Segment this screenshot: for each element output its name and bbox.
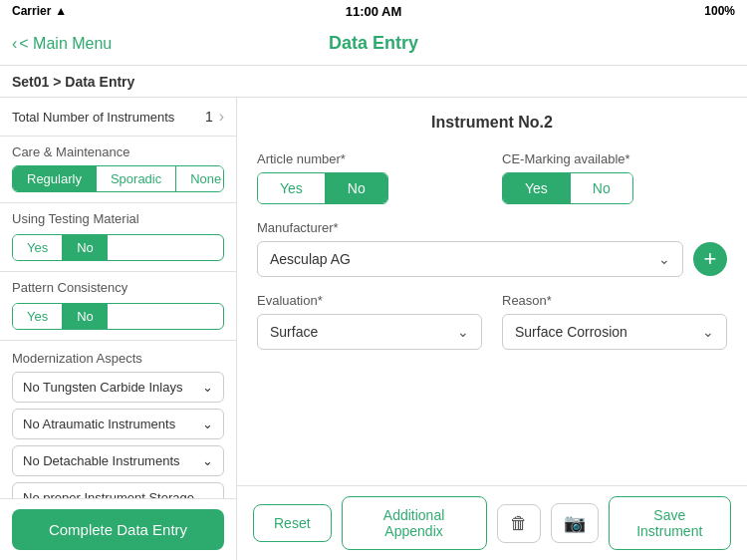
testing-no-button[interactable]: No	[63, 235, 108, 260]
modernization-label-0: No Tungsten Carbide Inlays	[23, 380, 182, 395]
care-toggle-group: Regularly Sporadic None	[12, 165, 224, 192]
status-left: Carrier ▲	[12, 4, 67, 18]
add-manufacturer-button[interactable]: +	[693, 242, 727, 276]
evaluation-reason-row: Evaluation* Surface ⌄ Reason* Surface Co…	[257, 293, 727, 350]
article-yn-group: Yes No	[257, 172, 388, 204]
manufacturer-select[interactable]: Aesculap AG ⌄	[257, 241, 683, 277]
breadcrumb-text: Set01 > Data Entry	[12, 74, 134, 90]
article-number-group: Article number* Yes No	[257, 151, 482, 204]
care-none-button[interactable]: None	[176, 166, 224, 191]
total-number-row: Total Number of Instruments 1 ›	[0, 98, 236, 137]
manufacturer-row: Aesculap AG ⌄ +	[257, 241, 727, 277]
evaluation-chevron-icon: ⌄	[457, 324, 469, 340]
additional-appendix-button[interactable]: Additional Appendix	[342, 496, 487, 550]
ce-yes-button[interactable]: Yes	[503, 173, 571, 203]
modernization-title: Modernization Aspects	[12, 347, 224, 372]
testing-toggle-group: Yes No	[12, 234, 224, 261]
breadcrumb: Set01 > Data Entry	[0, 66, 747, 98]
modernization-label-1: No Atraumatic Instruments	[23, 417, 175, 431]
manufacturer-value: Aesculap AG	[270, 251, 351, 267]
instrument-title: Instrument No.2	[257, 114, 727, 132]
dropdown-chevron-1: ⌄	[202, 417, 213, 431]
main-layout: Total Number of Instruments 1 › Care & M…	[0, 98, 747, 560]
total-right[interactable]: 1 ›	[205, 108, 224, 126]
reason-group: Reason* Surface Corrosion ⌄	[502, 293, 727, 350]
plus-icon: +	[704, 248, 717, 270]
reason-chevron-icon: ⌄	[702, 324, 714, 340]
pattern-no-button[interactable]: No	[63, 304, 108, 329]
evaluation-label: Evaluation*	[257, 293, 482, 308]
right-panel: Instrument No.2 Article number* Yes No C…	[237, 98, 747, 560]
total-value: 1	[205, 109, 213, 125]
status-bar: Carrier ▲ 11:00 AM 100%	[0, 0, 747, 22]
right-content: Instrument No.2 Article number* Yes No C…	[237, 98, 747, 485]
dropdown-chevron-0: ⌄	[202, 380, 213, 395]
pattern-yes-button[interactable]: Yes	[13, 304, 63, 329]
reason-select[interactable]: Surface Corrosion ⌄	[502, 314, 727, 350]
chevron-left-icon: ‹	[12, 35, 17, 53]
ce-marking-label: CE-Marking available*	[502, 151, 727, 166]
carrier-label: Carrier	[12, 4, 51, 18]
modernization-item-3[interactable]: No proper Instrument Storage ⌄	[12, 482, 224, 498]
article-no-button[interactable]: No	[326, 173, 387, 203]
testing-material-title: Using Testing Material	[12, 211, 224, 226]
modernization-item-1[interactable]: No Atraumatic Instruments ⌄	[12, 409, 224, 439]
ce-marking-group: CE-Marking available* Yes No	[502, 151, 727, 204]
reason-label: Reason*	[502, 293, 727, 308]
modernization-label-2: No Detachable Instruments	[23, 453, 180, 468]
reason-value: Surface Corrosion	[515, 324, 627, 340]
battery-label: 100%	[704, 4, 735, 18]
ce-no-button[interactable]: No	[571, 173, 632, 203]
manufacturer-chevron-icon: ⌄	[658, 251, 670, 267]
camera-button[interactable]: 📷	[551, 503, 599, 543]
article-yes-button[interactable]: Yes	[258, 173, 326, 203]
nav-title: Data Entry	[329, 33, 418, 54]
care-maintenance-section: Care & Maintenance Regularly Sporadic No…	[0, 137, 236, 203]
reset-button[interactable]: Reset	[253, 504, 332, 542]
status-time: 11:00 AM	[346, 4, 402, 19]
evaluation-select[interactable]: Surface ⌄	[257, 314, 482, 350]
status-right: 100%	[704, 4, 735, 18]
testing-material-section: Using Testing Material Yes No	[0, 203, 236, 272]
evaluation-group: Evaluation* Surface ⌄	[257, 293, 482, 350]
back-label: < Main Menu	[19, 35, 112, 53]
manufacturer-label: Manufacturer*	[257, 220, 727, 235]
left-bottom: Complete Data Entry	[0, 498, 236, 560]
ce-yn-group: Yes No	[502, 172, 633, 204]
dropdown-chevron-2: ⌄	[202, 453, 213, 468]
delete-button[interactable]: 🗑	[497, 504, 541, 543]
right-bottom-bar: Reset Additional Appendix 🗑 📷 Save Instr…	[237, 485, 747, 560]
modernization-item-2[interactable]: No Detachable Instruments ⌄	[12, 445, 224, 476]
trash-icon: 🗑	[510, 513, 528, 534]
pattern-consistency-section: Pattern Consistency Yes No	[0, 272, 236, 341]
testing-yes-button[interactable]: Yes	[13, 235, 63, 260]
care-maintenance-title: Care & Maintenance	[12, 144, 224, 159]
back-button[interactable]: ‹ < Main Menu	[12, 35, 112, 53]
dropdown-chevron-3: ⌄	[202, 490, 213, 498]
modernization-item-0[interactable]: No Tungsten Carbide Inlays ⌄	[12, 372, 224, 403]
modernization-section: Modernization Aspects No Tungsten Carbid…	[0, 341, 236, 498]
complete-data-entry-button[interactable]: Complete Data Entry	[12, 509, 224, 550]
wifi-icon: ▲	[55, 4, 67, 18]
camera-icon: 📷	[564, 512, 586, 534]
article-ce-row: Article number* Yes No CE-Marking availa…	[257, 151, 727, 204]
total-label: Total Number of Instruments	[12, 110, 174, 125]
chevron-right-icon: ›	[219, 108, 224, 126]
evaluation-value: Surface	[270, 324, 318, 340]
care-regularly-button[interactable]: Regularly	[13, 166, 97, 191]
modernization-label-3: No proper Instrument Storage	[23, 490, 194, 498]
care-sporadic-button[interactable]: Sporadic	[97, 166, 176, 191]
article-number-label: Article number*	[257, 151, 482, 166]
pattern-toggle-group: Yes No	[12, 303, 224, 330]
left-panel: Total Number of Instruments 1 › Care & M…	[0, 98, 237, 560]
pattern-consistency-title: Pattern Consistency	[12, 280, 224, 295]
left-content: Total Number of Instruments 1 › Care & M…	[0, 98, 236, 498]
nav-bar: ‹ < Main Menu Data Entry	[0, 22, 747, 66]
manufacturer-group: Manufacturer* Aesculap AG ⌄ +	[257, 220, 727, 277]
save-instrument-button[interactable]: Save Instrument	[609, 496, 731, 550]
